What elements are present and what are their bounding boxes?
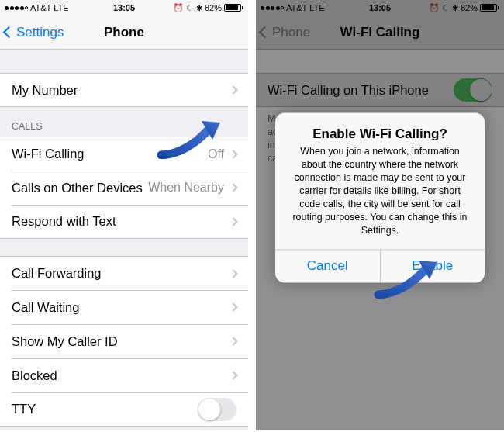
back-button[interactable]: Settings: [5, 25, 64, 40]
section-header-calls: CALLS: [0, 107, 248, 137]
battery-pct: 82%: [205, 3, 222, 12]
row-respond-text[interactable]: Respond with Text: [0, 205, 248, 239]
alert-dialog: Enable Wi-Fi Calling? When you join a ne…: [275, 113, 485, 283]
enable-button[interactable]: Enable: [380, 251, 485, 283]
row-other-devices[interactable]: Calls on Other Devices When Nearby: [0, 171, 248, 205]
chevron-right-icon: [229, 85, 237, 94]
chevron-right-icon: [229, 217, 237, 226]
row-label: TTY: [12, 402, 198, 416]
row-label: Calls on Other Devices: [12, 181, 148, 195]
row-label: Call Waiting: [12, 300, 230, 315]
chevron-right-icon: [229, 302, 237, 311]
chevron-right-icon: [229, 183, 237, 192]
row-call-forwarding[interactable]: Call Forwarding: [0, 256, 248, 290]
carrier-label: AT&T: [30, 3, 51, 12]
alarm-icon: ⏰: [173, 3, 184, 13]
tty-toggle[interactable]: [198, 398, 236, 421]
chevron-left-icon: [3, 26, 16, 39]
bluetooth-icon: ✱: [196, 4, 202, 12]
network-label: LTE: [54, 3, 68, 12]
row-label: Blocked: [12, 368, 230, 383]
chevron-right-icon: [229, 150, 237, 158]
row-label: My Number: [12, 83, 230, 98]
wifi-calling-screen: AT&T LTE 13:05 ⏰ ☾ ✱ 82% Phone Wi-Fi Cal…: [256, 0, 504, 430]
row-tty[interactable]: TTY: [0, 392, 248, 427]
chevron-right-icon: [229, 269, 237, 278]
row-my-number[interactable]: My Number: [0, 73, 248, 107]
row-wifi-calling[interactable]: Wi-Fi Calling Off: [0, 137, 248, 171]
content: My Number CALLS Wi-Fi Calling Off Calls …: [0, 50, 248, 430]
row-label: Show My Caller ID: [12, 334, 230, 349]
row-value: Off: [208, 147, 224, 161]
back-label: Settings: [16, 25, 64, 40]
cancel-button[interactable]: Cancel: [275, 251, 380, 283]
page-title: Phone: [104, 25, 144, 40]
clock-label: 13:05: [113, 3, 135, 12]
row-value: When Nearby: [148, 181, 224, 195]
battery-icon: [224, 4, 243, 12]
row-caller-id[interactable]: Show My Caller ID: [0, 324, 248, 358]
row-label: Respond with Text: [12, 214, 230, 229]
row-label: Wi-Fi Calling: [12, 147, 208, 161]
nav-bar: Settings Phone: [0, 16, 248, 50]
status-bar: AT&T LTE 13:05 ⏰ ☾ ✱ 82%: [0, 0, 248, 16]
row-blocked[interactable]: Blocked: [0, 358, 248, 392]
alert-message: When you join a network, information abo…: [288, 146, 472, 237]
row-label: Call Forwarding: [12, 266, 230, 281]
chevron-right-icon: [229, 371, 237, 379]
phone-settings-screen: AT&T LTE 13:05 ⏰ ☾ ✱ 82% Settings Phone …: [0, 0, 248, 430]
alert-title: Enable Wi-Fi Calling?: [288, 127, 472, 143]
dnd-icon: ☾: [186, 3, 194, 13]
row-call-waiting[interactable]: Call Waiting: [0, 290, 248, 324]
signal-dots-icon: [5, 6, 28, 10]
chevron-right-icon: [229, 337, 237, 345]
